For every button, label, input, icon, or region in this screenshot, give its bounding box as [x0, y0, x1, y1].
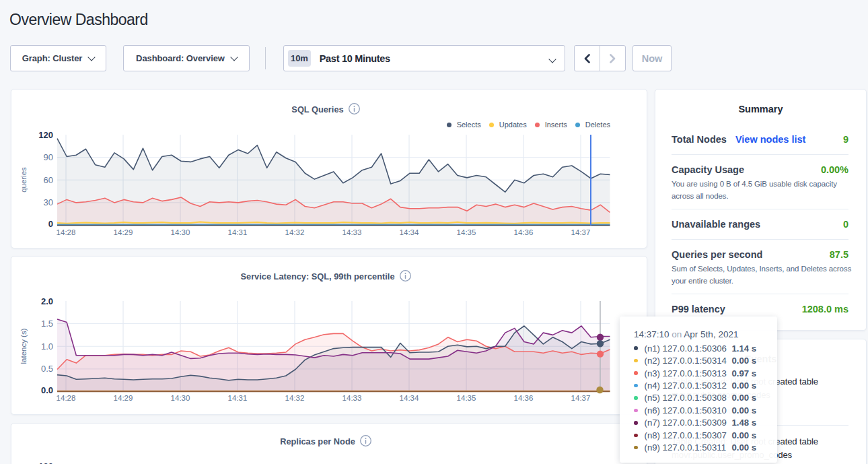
svg-text:14:33: 14:33	[342, 394, 362, 402]
svg-text:14:31: 14:31	[228, 228, 248, 236]
svg-text:14:29: 14:29	[114, 228, 133, 236]
svg-text:14:30: 14:30	[171, 394, 190, 402]
svg-text:14:37: 14:37	[571, 394, 591, 402]
svg-text:latency (s): latency (s)	[20, 328, 28, 364]
svg-text:14:34: 14:34	[400, 394, 419, 402]
svg-text:14:36: 14:36	[514, 394, 534, 402]
svg-text:queries: queries	[20, 167, 28, 193]
svg-text:120: 120	[38, 130, 53, 140]
svg-text:14:32: 14:32	[285, 228, 305, 236]
svg-text:90: 90	[44, 152, 53, 162]
svg-text:14:31: 14:31	[228, 394, 248, 402]
svg-text:14:29: 14:29	[114, 394, 133, 402]
svg-text:14:33: 14:33	[342, 228, 362, 236]
svg-text:14:28: 14:28	[57, 228, 76, 236]
svg-text:14:35: 14:35	[457, 228, 476, 236]
svg-text:2.0: 2.0	[41, 296, 53, 306]
svg-text:120: 120	[38, 461, 53, 464]
svg-text:0.5: 0.5	[41, 364, 53, 374]
svg-text:60: 60	[44, 175, 53, 185]
svg-text:0.0: 0.0	[41, 385, 53, 395]
svg-text:14:37: 14:37	[571, 228, 591, 236]
svg-text:14:30: 14:30	[171, 228, 190, 236]
svg-text:30: 30	[44, 197, 53, 207]
svg-text:1.5: 1.5	[41, 319, 53, 329]
svg-text:14:36: 14:36	[514, 228, 534, 236]
svg-text:14:28: 14:28	[57, 394, 76, 402]
svg-text:14:32: 14:32	[285, 394, 305, 402]
svg-text:0: 0	[48, 219, 53, 229]
svg-text:14:34: 14:34	[400, 228, 419, 236]
svg-text:1.0: 1.0	[41, 341, 53, 352]
svg-text:14:35: 14:35	[457, 394, 476, 402]
